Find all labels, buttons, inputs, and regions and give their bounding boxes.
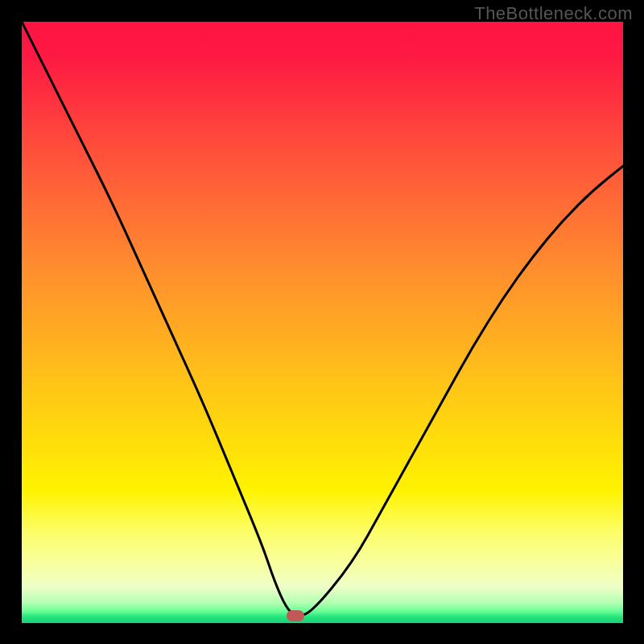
minimum-marker	[287, 610, 304, 621]
watermark-text: TheBottleneck.com	[474, 3, 633, 24]
bottleneck-curve	[22, 22, 623, 623]
plot-area	[22, 22, 623, 623]
outer-frame: TheBottleneck.com	[0, 0, 644, 644]
